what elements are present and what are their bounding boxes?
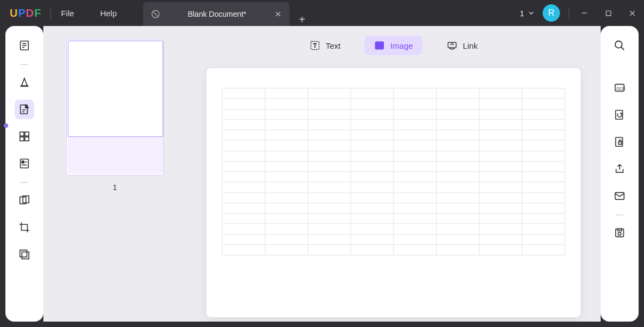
grid-cell[interactable] bbox=[522, 109, 565, 120]
grid-cell[interactable] bbox=[308, 109, 351, 120]
grid-cell[interactable] bbox=[394, 234, 436, 245]
grid-cell[interactable] bbox=[394, 151, 436, 161]
comment-mode-button[interactable] bbox=[15, 73, 34, 92]
grid-cell[interactable] bbox=[308, 161, 351, 172]
grid-cell[interactable] bbox=[436, 234, 479, 245]
grid-cell[interactable] bbox=[265, 193, 308, 203]
page-indicator[interactable]: 1 bbox=[520, 9, 535, 18]
grid-cell[interactable] bbox=[265, 140, 308, 151]
grid-cell[interactable] bbox=[265, 234, 308, 245]
grid-cell[interactable] bbox=[394, 88, 436, 99]
compare-button[interactable] bbox=[15, 191, 34, 210]
grid-cell[interactable] bbox=[222, 99, 265, 109]
grid-cell[interactable] bbox=[265, 245, 308, 255]
edit-mode-button[interactable] bbox=[15, 100, 34, 119]
search-button[interactable] bbox=[610, 36, 629, 55]
grid-cell[interactable] bbox=[265, 224, 308, 234]
grid-cell[interactable] bbox=[265, 172, 308, 182]
grid-cell[interactable] bbox=[351, 88, 394, 99]
convert-button[interactable] bbox=[610, 105, 629, 125]
grid-cell[interactable] bbox=[522, 213, 565, 224]
form-mode-button[interactable] bbox=[15, 154, 34, 173]
grid-cell[interactable] bbox=[351, 130, 394, 140]
grid-cell[interactable] bbox=[436, 172, 479, 182]
grid-cell[interactable] bbox=[394, 182, 436, 192]
grid-cell[interactable] bbox=[265, 182, 308, 192]
grid-cell[interactable] bbox=[351, 203, 394, 213]
grid-cell[interactable] bbox=[308, 120, 351, 130]
grid-cell[interactable] bbox=[394, 120, 436, 130]
grid-cell[interactable] bbox=[222, 193, 265, 203]
grid-cell[interactable] bbox=[394, 130, 436, 140]
grid-cell[interactable] bbox=[436, 99, 479, 109]
save-button[interactable] bbox=[610, 223, 629, 243]
grid-cell[interactable] bbox=[394, 99, 436, 109]
redact-button[interactable] bbox=[15, 245, 34, 264]
text-tool[interactable]: Text bbox=[300, 36, 351, 55]
close-tab-icon[interactable] bbox=[274, 10, 282, 18]
grid-cell[interactable] bbox=[351, 151, 394, 161]
grid-cell[interactable] bbox=[522, 203, 565, 213]
grid-cell[interactable] bbox=[222, 140, 265, 151]
grid-cell[interactable] bbox=[436, 245, 479, 255]
grid-cell[interactable] bbox=[394, 203, 436, 213]
grid-cell[interactable] bbox=[394, 172, 436, 182]
page-thumbnail[interactable] bbox=[66, 39, 164, 175]
grid-cell[interactable] bbox=[479, 213, 522, 224]
grid-cell[interactable] bbox=[479, 224, 522, 234]
grid-cell[interactable] bbox=[222, 182, 265, 192]
document-page[interactable] bbox=[207, 68, 581, 317]
grid-cell[interactable] bbox=[265, 88, 308, 99]
grid-cell[interactable] bbox=[479, 234, 522, 245]
table-grid[interactable] bbox=[222, 88, 565, 256]
grid-cell[interactable] bbox=[479, 130, 522, 140]
grid-cell[interactable] bbox=[436, 120, 479, 130]
grid-cell[interactable] bbox=[436, 88, 479, 99]
grid-cell[interactable] bbox=[436, 140, 479, 151]
grid-cell[interactable] bbox=[351, 161, 394, 172]
organize-pages-button[interactable] bbox=[15, 127, 34, 146]
grid-cell[interactable] bbox=[308, 234, 351, 245]
minimize-button[interactable] bbox=[572, 0, 596, 26]
grid-cell[interactable] bbox=[308, 203, 351, 213]
grid-cell[interactable] bbox=[222, 161, 265, 172]
document-tab[interactable]: Blank Document* bbox=[143, 2, 289, 26]
grid-cell[interactable] bbox=[222, 130, 265, 140]
grid-cell[interactable] bbox=[479, 109, 522, 120]
grid-cell[interactable] bbox=[394, 224, 436, 234]
grid-cell[interactable] bbox=[308, 130, 351, 140]
grid-cell[interactable] bbox=[222, 151, 265, 161]
ocr-button[interactable]: OCR bbox=[610, 78, 629, 97]
grid-cell[interactable] bbox=[308, 224, 351, 234]
grid-cell[interactable] bbox=[222, 172, 265, 182]
grid-cell[interactable] bbox=[436, 151, 479, 161]
grid-cell[interactable] bbox=[265, 109, 308, 120]
grid-cell[interactable] bbox=[522, 224, 565, 234]
grid-cell[interactable] bbox=[222, 120, 265, 130]
grid-cell[interactable] bbox=[265, 151, 308, 161]
grid-cell[interactable] bbox=[522, 140, 565, 151]
grid-cell[interactable] bbox=[479, 245, 522, 255]
grid-cell[interactable] bbox=[436, 130, 479, 140]
grid-cell[interactable] bbox=[522, 245, 565, 255]
grid-cell[interactable] bbox=[522, 234, 565, 245]
grid-cell[interactable] bbox=[351, 172, 394, 182]
grid-cell[interactable] bbox=[436, 203, 479, 213]
close-window-button[interactable] bbox=[620, 0, 644, 26]
grid-cell[interactable] bbox=[222, 224, 265, 234]
user-avatar[interactable]: R bbox=[543, 4, 560, 22]
grid-cell[interactable] bbox=[394, 193, 436, 203]
image-tool[interactable]: Image bbox=[364, 36, 423, 55]
grid-cell[interactable] bbox=[308, 193, 351, 203]
grid-cell[interactable] bbox=[522, 161, 565, 172]
grid-cell[interactable] bbox=[522, 151, 565, 161]
grid-cell[interactable] bbox=[222, 109, 265, 120]
menu-help[interactable]: Help bbox=[100, 9, 117, 18]
grid-cell[interactable] bbox=[436, 182, 479, 192]
grid-cell[interactable] bbox=[308, 172, 351, 182]
grid-cell[interactable] bbox=[265, 213, 308, 224]
grid-cell[interactable] bbox=[351, 193, 394, 203]
grid-cell[interactable] bbox=[308, 140, 351, 151]
crop-button[interactable] bbox=[15, 218, 34, 237]
grid-cell[interactable] bbox=[222, 234, 265, 245]
